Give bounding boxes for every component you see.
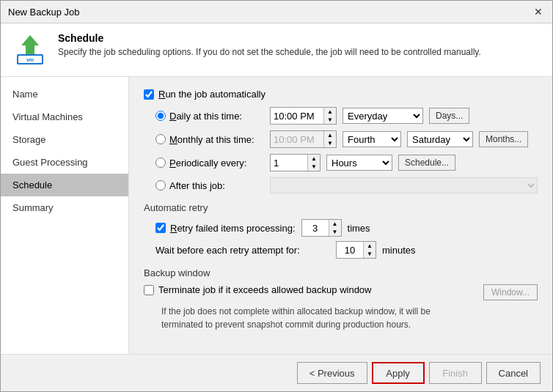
days-button[interactable]: Days...: [429, 108, 469, 124]
svg-text:vm: vm: [26, 57, 34, 62]
schedule-options: Daily at this time: ▲ ▼ Everyday Weekday…: [155, 107, 538, 193]
run-auto-checkbox[interactable]: [144, 89, 154, 100]
dialog: New Backup Job ✕ vm Schedule Specify the…: [0, 0, 553, 392]
periodically-input[interactable]: [271, 155, 307, 171]
section-title: Schedule: [58, 32, 481, 44]
daily-time-up[interactable]: ▲: [324, 108, 336, 116]
terminate-checkbox-label[interactable]: Terminate job if it exceeds allowed back…: [144, 284, 477, 295]
monthly-radio-label[interactable]: Monthly at this time:: [155, 134, 264, 145]
window-button[interactable]: Window...: [483, 284, 538, 300]
wait-input[interactable]: [337, 242, 363, 258]
svg-marker-0: [21, 35, 39, 56]
wait-up[interactable]: ▲: [364, 242, 376, 250]
header-area: vm Schedule Specify the job scheduling o…: [1, 23, 552, 77]
monthly-row: Monthly at this time: ▲ ▼ First Second T…: [155, 130, 538, 148]
terminate-label: Terminate job if it exceeds allowed back…: [158, 284, 372, 295]
footer: < Previous Apply Finish Cancel: [1, 354, 552, 391]
run-auto-checkbox-label[interactable]: Run the job automatically: [144, 89, 538, 100]
close-button[interactable]: ✕: [532, 5, 545, 18]
monthly-label: Monthly at this time:: [169, 134, 254, 145]
retry-count-input[interactable]: [302, 220, 329, 236]
schedule-icon: vm: [12, 32, 48, 67]
periodically-row: Periodically every: ▲ ▼ Hours Minutes Sc…: [155, 154, 538, 171]
after-job-dropdown[interactable]: [270, 177, 538, 193]
daily-radio[interactable]: [155, 111, 166, 121]
daily-row: Daily at this time: ▲ ▼ Everyday Weekday…: [155, 107, 538, 125]
monthly-time-down[interactable]: ▼: [324, 139, 336, 147]
content-area: Name Virtual Machines Storage Guest Proc…: [1, 77, 552, 354]
sidebar: Name Virtual Machines Storage Guest Proc…: [1, 77, 129, 354]
after-job-radio[interactable]: [155, 180, 166, 191]
wait-spinner: ▲ ▼: [363, 242, 376, 258]
hours-dropdown[interactable]: Hours Minutes: [326, 155, 392, 171]
saturday-dropdown[interactable]: Monday Tuesday Wednesday Thursday Friday…: [407, 131, 473, 147]
sidebar-item-storage[interactable]: Storage: [1, 128, 128, 151]
section-description: Specify the job scheduling options. If y…: [58, 47, 481, 57]
everyday-dropdown[interactable]: Everyday Weekdays Weekends Monday Tuesda…: [343, 108, 423, 124]
schedule-button[interactable]: Schedule...: [398, 155, 455, 171]
times-label: times: [348, 223, 370, 234]
wait-input-group: ▲ ▼: [336, 241, 376, 259]
sidebar-item-guest-processing[interactable]: Guest Processing: [1, 151, 128, 174]
retry-down[interactable]: ▼: [329, 228, 341, 236]
apply-button[interactable]: Apply: [372, 362, 425, 384]
backup-description: If the job does not complete within allo…: [161, 305, 538, 331]
backup-window-section: Backup window Terminate job if it exceed…: [144, 267, 538, 331]
daily-time-input[interactable]: [271, 108, 323, 124]
periodically-radio-label[interactable]: Periodically every:: [155, 158, 264, 169]
sidebar-item-virtual-machines[interactable]: Virtual Machines: [1, 106, 128, 128]
periodically-radio[interactable]: [155, 158, 166, 168]
periodically-input-group: ▲ ▼: [270, 154, 321, 171]
daily-radio-label[interactable]: Daily at this time:: [155, 111, 264, 122]
auto-retry-section: Automatic retry Retry failed items proce…: [144, 202, 538, 259]
fourth-dropdown[interactable]: First Second Third Fourth Last: [343, 131, 401, 147]
months-button[interactable]: Months...: [479, 131, 528, 147]
monthly-time-up[interactable]: ▲: [324, 131, 336, 139]
retry-label: Retry failed items processing:: [170, 223, 296, 234]
backup-window-heading: Backup window: [144, 267, 538, 278]
retry-checkbox[interactable]: [155, 223, 166, 233]
dialog-title: New Backup Job: [8, 7, 80, 18]
minutes-label: minutes: [382, 245, 416, 256]
after-job-row: After this job:: [155, 177, 538, 193]
retry-failed-row: Retry failed items processing: ▲ ▼ times: [155, 219, 538, 237]
monthly-time-input-group: ▲ ▼: [270, 130, 337, 148]
daily-spinner: ▲ ▼: [323, 108, 336, 124]
retry-checkbox-label[interactable]: Retry failed items processing:: [155, 223, 296, 234]
daily-label: Daily at this time:: [169, 111, 242, 122]
periodically-spinner: ▲ ▼: [307, 155, 320, 171]
wait-down[interactable]: ▼: [364, 250, 376, 258]
after-job-label: After this job:: [169, 180, 225, 191]
after-job-radio-label[interactable]: After this job:: [155, 180, 264, 191]
cancel-button[interactable]: Cancel: [486, 362, 541, 384]
title-bar: New Backup Job ✕: [1, 1, 552, 23]
main-content: Run the job automatically Daily at this …: [129, 77, 552, 354]
terminate-row: Terminate job if it exceeds allowed back…: [144, 284, 538, 300]
daily-time-down[interactable]: ▼: [324, 116, 336, 124]
monthly-spinner: ▲ ▼: [323, 131, 336, 147]
sidebar-item-summary[interactable]: Summary: [1, 196, 128, 219]
sidebar-item-name[interactable]: Name: [1, 83, 128, 106]
retry-spinner: ▲ ▼: [329, 220, 341, 236]
monthly-radio[interactable]: [155, 134, 166, 144]
terminate-checkbox[interactable]: [144, 285, 154, 295]
periodically-label: Periodically every:: [169, 158, 247, 169]
wait-retry-row: Wait before each retry attempt for: ▲ ▼ …: [155, 241, 538, 259]
sidebar-item-schedule[interactable]: Schedule: [1, 174, 128, 196]
periodically-down[interactable]: ▼: [308, 163, 320, 171]
retry-up[interactable]: ▲: [329, 220, 341, 228]
retry-count-input-group: ▲ ▼: [301, 219, 342, 237]
header-text: Schedule Specify the job scheduling opti…: [58, 32, 481, 57]
finish-button[interactable]: Finish: [429, 362, 482, 384]
auto-retry-heading: Automatic retry: [144, 202, 538, 213]
periodically-up[interactable]: ▲: [308, 155, 320, 163]
daily-time-input-group: ▲ ▼: [270, 107, 337, 125]
wait-label: Wait before each retry attempt for:: [155, 245, 330, 256]
previous-button[interactable]: < Previous: [297, 362, 367, 384]
monthly-time-input[interactable]: [271, 131, 323, 147]
run-auto-label: Run the job automatically: [158, 89, 265, 100]
